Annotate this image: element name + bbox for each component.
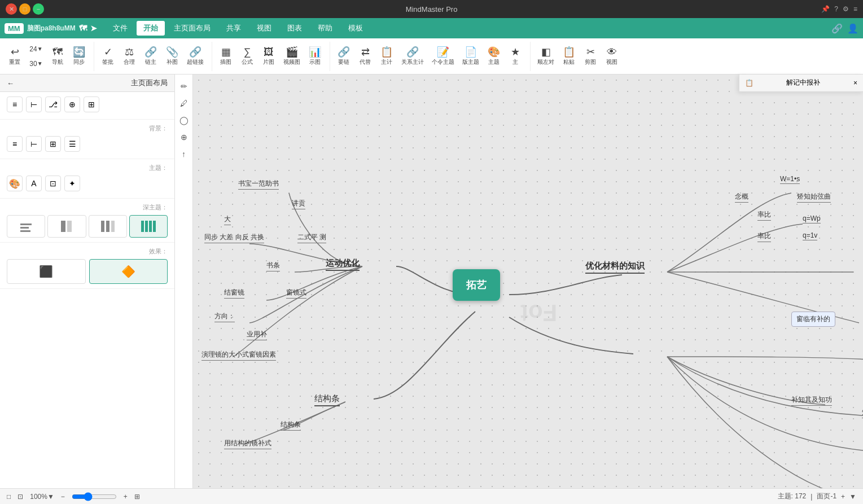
subnode-l-9[interactable]: 方向：: [214, 312, 235, 322]
pin-icon[interactable]: 📌: [821, 5, 830, 13]
subnode-l2-2[interactable]: 用结构的镜补式: [224, 439, 271, 449]
subnode-l-6[interactable]: 书条: [266, 261, 280, 271]
status-minimize[interactable]: □: [7, 493, 11, 501]
theme-more[interactable]: ✦: [64, 176, 80, 191]
tb-align-left[interactable]: ◧ 顺左对: [534, 42, 558, 71]
tb-sync[interactable]: 🔄 同步: [69, 42, 89, 71]
subnode-r-4[interactable]: 率比: [757, 210, 771, 221]
settings-icon[interactable]: ⚙: [843, 5, 849, 13]
panel-close[interactable]: ←: [7, 79, 14, 87]
status-fit2[interactable]: ⊞: [134, 493, 140, 501]
layout-opt-3[interactable]: [89, 215, 127, 238]
tb-topic-cmd[interactable]: 📝 个令主题: [428, 42, 458, 71]
menu-help[interactable]: 帮助: [311, 21, 339, 36]
status-add-page[interactable]: +: [841, 493, 845, 501]
bg-icon3[interactable]: ⊞: [45, 136, 61, 152]
tb-topic-ver[interactable]: 📄 版主题: [459, 42, 483, 71]
menu-view[interactable]: 视图: [250, 21, 278, 36]
subnode-l-2[interactable]: 讲贡: [292, 199, 305, 209]
tb-image[interactable]: 🖼 片图: [259, 42, 279, 71]
tb-video[interactable]: 🎬 视频图: [280, 42, 304, 71]
tb-cut[interactable]: ✂ 剪图: [580, 42, 601, 71]
minimize-btn[interactable]: −: [33, 3, 44, 15]
subnode-l-8[interactable]: 窗镜式: [286, 288, 306, 299]
forward-icon[interactable]: ➤: [90, 24, 97, 33]
tb-align[interactable]: ⚖ 合理: [119, 42, 139, 71]
bg-icon1[interactable]: ≡: [7, 136, 23, 152]
subnode-r-7[interactable]: 率比: [757, 231, 771, 242]
menu-share[interactable]: 共享: [220, 21, 248, 36]
tb-link[interactable]: 🔗 链主: [141, 42, 161, 71]
canvas-tb-add[interactable]: ⊕: [177, 130, 191, 144]
layout-grid-btn[interactable]: ⊞: [84, 97, 99, 112]
tb-master[interactable]: 📋 主计: [376, 42, 397, 71]
close-btn[interactable]: ✕: [6, 3, 17, 15]
subnode-r-6[interactable]: q=1v: [803, 231, 817, 240]
layout-branch-btn[interactable]: ⊕: [64, 97, 80, 112]
status-fit[interactable]: ⊡: [17, 493, 23, 501]
theme-text[interactable]: A: [26, 176, 42, 191]
branch-right-1[interactable]: 优化材料的知识: [585, 261, 645, 274]
tb-rel-master[interactable]: 🔗 关系主计: [398, 42, 427, 71]
menu-template[interactable]: 模板: [341, 21, 370, 36]
subnode-r-1[interactable]: W=1•s: [780, 175, 800, 184]
subnode-r-10[interactable]: 窗临有补的: [791, 312, 835, 327]
layout-opt-4[interactable]: [129, 215, 168, 238]
tb-hyperlink[interactable]: 🔗 超链接: [183, 42, 207, 71]
tb-replace[interactable]: ⇄ 代替: [355, 42, 375, 71]
menu-file[interactable]: 文件: [106, 21, 134, 36]
tb-chart[interactable]: 📊 示图: [305, 42, 325, 71]
layout-align-btn[interactable]: ⊢: [26, 97, 42, 112]
nav-icon[interactable]: 🗺: [79, 24, 87, 33]
subnode-l-3[interactable]: 大: [224, 214, 231, 225]
bg-icon2[interactable]: ⊢: [26, 136, 42, 152]
layout-opt-1[interactable]: [7, 215, 45, 238]
tb-sign[interactable]: ✓ 签批: [98, 42, 118, 71]
tb-table[interactable]: ▦ 插图: [216, 42, 236, 71]
status-page-nav[interactable]: ▼: [849, 493, 856, 501]
tb-req-link[interactable]: 🔗 要链: [334, 42, 354, 71]
tb-view[interactable]: 👁 视图: [602, 42, 622, 71]
more-icon[interactable]: ≡: [853, 5, 857, 13]
bg-icon4[interactable]: ☰: [64, 136, 80, 152]
status-zoom-plus[interactable]: +: [124, 493, 128, 501]
menu-chart[interactable]: 图表: [281, 21, 309, 36]
tb-30[interactable]: 30▼: [26, 57, 46, 71]
tb-master2[interactable]: ★ 主: [505, 42, 525, 71]
tb-24[interactable]: 24▼: [26, 42, 46, 56]
tb-undo[interactable]: ↩ 重置: [5, 42, 25, 71]
canvas-tb-select[interactable]: 🖊: [177, 96, 191, 111]
subnode-r-5[interactable]: q=Wp: [803, 214, 821, 223]
menu-start[interactable]: 开始: [137, 21, 165, 36]
subnode-l-5[interactable]: 二式平 测: [297, 233, 326, 243]
branch-left-2[interactable]: 结构条: [314, 393, 340, 406]
tb-theme[interactable]: 🎨 主题: [484, 42, 504, 71]
canvas-area[interactable]: 拓艺 运动优化 书宝一范助书 讲贡 大 同步 大差 向反 共换 二式平 测 书条…: [193, 74, 863, 488]
menu-homepage[interactable]: 主页面布局: [167, 21, 217, 36]
status-zoom-minus[interactable]: −: [61, 493, 65, 501]
tb-paste[interactable]: 📋 粘贴: [559, 42, 579, 71]
layout-tree-btn[interactable]: ⎇: [45, 97, 61, 112]
subnode-r2-2[interactable]: 补知其及知功: [791, 395, 832, 406]
notif-close[interactable]: ×: [853, 79, 857, 87]
center-node[interactable]: 拓艺: [453, 269, 500, 301]
theme-color[interactable]: 🎨: [7, 176, 23, 191]
effect-opt-1[interactable]: ⬛: [7, 259, 86, 284]
subnode-r-2[interactable]: 念概: [735, 192, 748, 203]
layout-opt-2[interactable]: [47, 215, 86, 238]
canvas-tb-draw[interactable]: ✏: [177, 79, 191, 94]
subnode-r-3[interactable]: 矫知始弦曲: [797, 192, 831, 203]
effect-opt-2[interactable]: 🔶: [89, 259, 168, 284]
theme-shapes[interactable]: ⊡: [45, 176, 61, 191]
subnode-l-4[interactable]: 同步 大差 向反 共换: [204, 233, 264, 243]
branch-left-1[interactable]: 运动优化: [326, 258, 360, 271]
canvas-tb-upload[interactable]: ↑: [177, 147, 191, 161]
maximize-btn[interactable]: □: [19, 3, 30, 15]
help-icon[interactable]: ?: [834, 5, 838, 13]
account-icon[interactable]: 👤: [847, 23, 858, 34]
layout-list-btn[interactable]: ≡: [7, 97, 23, 112]
subnode-l2-1[interactable]: 结构条: [281, 420, 301, 431]
subnode-l-11[interactable]: 演理镜的大小式窗镜因素: [201, 350, 276, 361]
subnode-l-1[interactable]: 书宝一范助书: [238, 179, 279, 190]
tb-attach[interactable]: 📎 补图: [162, 42, 182, 71]
